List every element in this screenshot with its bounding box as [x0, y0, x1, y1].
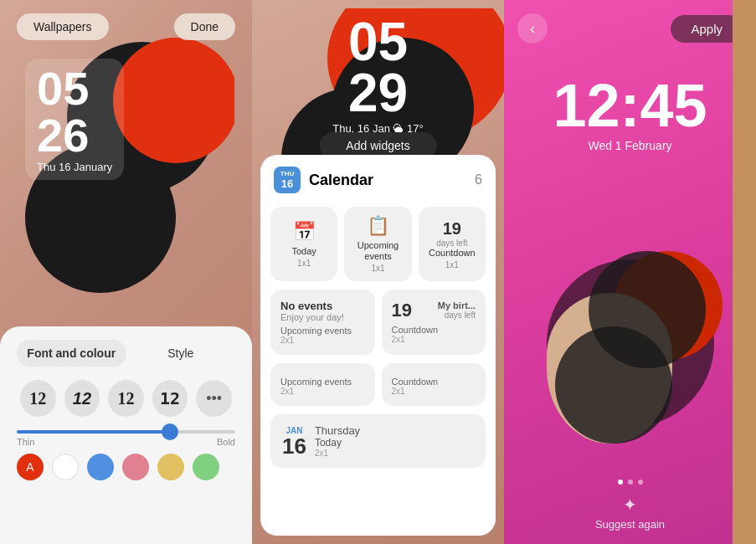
- font-option-2[interactable]: 12: [64, 380, 100, 417]
- today-date-block: JAN 16: [282, 426, 306, 457]
- widget-upcoming-1x1[interactable]: 📋 Upcoming events 1x1: [344, 207, 411, 281]
- font-option-1[interactable]: 12: [20, 380, 56, 417]
- widget-no-events-2x1[interactable]: No events Enjoy your day! Upcoming event…: [270, 290, 375, 355]
- modal-count: 6: [475, 172, 482, 187]
- widget-countdown-2x1-label: Countdown: [392, 325, 476, 335]
- calendar-badge: THU 16: [274, 167, 301, 193]
- widget-countdown-2x1[interactable]: 19 My birt... days left Countdown 2x1: [382, 290, 486, 355]
- bottom-sheet: Font and colour Style 12 12 12 12 ••• Th…: [0, 326, 252, 544]
- widget-today-1x1[interactable]: 📅 Today 1x1: [270, 207, 337, 281]
- widget-upcoming-name: Upcoming events: [352, 240, 403, 262]
- widget-countdown-num: 19: [443, 219, 461, 239]
- p3-clock: 12:45 Wed 1 February: [504, 75, 756, 152]
- side-strip: [733, 0, 756, 544]
- back-button[interactable]: ‹: [517, 13, 548, 44]
- clock-widget: 05 26 Thu 16 January: [25, 59, 124, 180]
- svg-point-7: [555, 326, 672, 444]
- widget-countdown-sub-days: days left: [436, 239, 467, 248]
- clock-time-top: 05: [37, 65, 112, 112]
- widget-countdown-size: 1x1: [445, 260, 459, 269]
- countdown-number: 19: [392, 300, 412, 321]
- widget-upcoming-events-2x1[interactable]: Upcoming events 2x1: [270, 363, 375, 406]
- widget-countdown-row3-2x1[interactable]: Countdown 2x1: [382, 363, 486, 406]
- widget-today-size: 1x1: [297, 259, 311, 268]
- done-button[interactable]: Done: [174, 13, 235, 40]
- font-options-row: 12 12 12 12 •••: [17, 380, 235, 417]
- modal-header: THU 16 Calendar 6: [260, 155, 496, 200]
- widgets-grid-row1: 📅 Today 1x1 📋 Upcoming events 1x1 19 day…: [270, 207, 486, 281]
- clock-time-bottom: 26: [37, 112, 112, 159]
- widget-countdown-name: Countdown: [429, 248, 476, 259]
- today-widget-size: 2x1: [315, 449, 474, 458]
- slider-track: [17, 430, 235, 434]
- p2-clock: 05 29 Thu, 16 Jan 🌥 17°: [332, 17, 424, 135]
- color-row: A: [17, 454, 235, 480]
- cal-badge-day: 16: [281, 178, 293, 189]
- dot-2: [628, 480, 633, 485]
- clock-date: Thu 16 January: [37, 161, 112, 173]
- font-option-4[interactable]: 12: [152, 380, 188, 417]
- widget-countdown-row3-name: Countdown: [392, 377, 476, 387]
- svg-point-2: [113, 38, 234, 163]
- color-green[interactable]: [193, 454, 219, 480]
- p3-bottom: ✦ Suggest again: [504, 466, 756, 544]
- widget-upcoming-icon: 📋: [367, 215, 389, 237]
- s-shape-p3: [547, 243, 714, 444]
- widget-upcoming-2x1-size: 2x1: [280, 336, 365, 345]
- slider-thumb[interactable]: [162, 423, 178, 440]
- widget-picker-modal: THU 16 Calendar 6 📅 Today 1x1 📋 Upcoming…: [260, 155, 496, 536]
- suggest-icon: ✦: [623, 495, 637, 515]
- dot-3: [638, 480, 643, 485]
- widget-countdown-row3-size: 2x1: [392, 387, 476, 396]
- no-events-sub: Enjoy your day!: [280, 312, 344, 322]
- p3-clock-date: Wed 1 February: [504, 139, 756, 152]
- tabs-row: Font and colour Style: [17, 340, 235, 367]
- slider-fill: [17, 430, 170, 434]
- countdown-content: 19 My birt... days left: [392, 300, 476, 321]
- suggest-again-button[interactable]: ✦ Suggest again: [595, 495, 665, 531]
- widget-upcoming-row3-size: 2x1: [280, 387, 365, 396]
- suggest-label: Suggest again: [595, 518, 665, 531]
- color-white[interactable]: [52, 454, 79, 480]
- p3-clock-time: 12:45: [504, 75, 756, 136]
- color-pink[interactable]: [122, 454, 149, 480]
- today-widget-label: Today: [315, 437, 474, 449]
- top-bar: Wallpapers Done: [0, 13, 252, 40]
- slider-label-bold: Bold: [217, 437, 235, 447]
- today-right-block: Thursday Today 2x1: [315, 424, 474, 458]
- panel-wallpaper-editor: Wallpapers Done 05 26 Thu 16 January Fon…: [0, 0, 252, 544]
- color-red[interactable]: A: [17, 454, 44, 480]
- widgets-row2: No events Enjoy your day! Upcoming event…: [270, 290, 486, 355]
- dot-1: [618, 480, 623, 485]
- widget-upcoming-size: 1x1: [371, 264, 384, 273]
- panel-widget-picker: 05 29 Thu, 16 Jan 🌥 17° Add widgets THU …: [252, 0, 504, 544]
- color-blue[interactable]: [87, 454, 114, 480]
- no-events-title: No events: [280, 300, 344, 312]
- color-yellow[interactable]: [157, 454, 184, 480]
- slider-label-thin: Thin: [17, 437, 34, 447]
- p2-time-bottom: 29: [332, 68, 424, 119]
- font-more-button[interactable]: •••: [196, 380, 232, 417]
- tab-font-colour[interactable]: Font and colour: [17, 340, 126, 367]
- font-option-3[interactable]: 12: [108, 380, 144, 417]
- modal-body: 📅 Today 1x1 📋 Upcoming events 1x1 19 day…: [260, 200, 496, 536]
- p2-time-top: 05: [332, 17, 424, 68]
- today-day: 16: [282, 435, 306, 457]
- widget-today-2x1[interactable]: JAN 16 Thursday Today 2x1: [270, 414, 486, 468]
- widget-today-icon: 📅: [293, 221, 316, 243]
- widget-countdown-1x1[interactable]: 19 days left Countdown 1x1: [419, 207, 486, 281]
- widget-upcoming-2x1-label: Upcoming events: [280, 326, 365, 336]
- slider-labels: Thin Bold: [17, 437, 235, 447]
- page-dots: [618, 480, 643, 485]
- widget-today-name: Today: [291, 246, 316, 257]
- widgets-row3: Upcoming events 2x1 Countdown 2x1: [270, 363, 486, 406]
- no-events-content: No events Enjoy your day!: [280, 300, 365, 322]
- countdown-days-left: days left: [438, 310, 476, 321]
- wallpapers-button[interactable]: Wallpapers: [17, 13, 109, 40]
- widget-upcoming-row3-name: Upcoming events: [280, 377, 365, 387]
- tab-style[interactable]: Style: [126, 340, 236, 367]
- weight-slider-row: Thin Bold: [17, 430, 235, 447]
- today-dayname: Thursday: [315, 424, 474, 437]
- p3-top-bar: ‹ Apply: [504, 13, 756, 44]
- countdown-extra: My birt...: [438, 300, 476, 310]
